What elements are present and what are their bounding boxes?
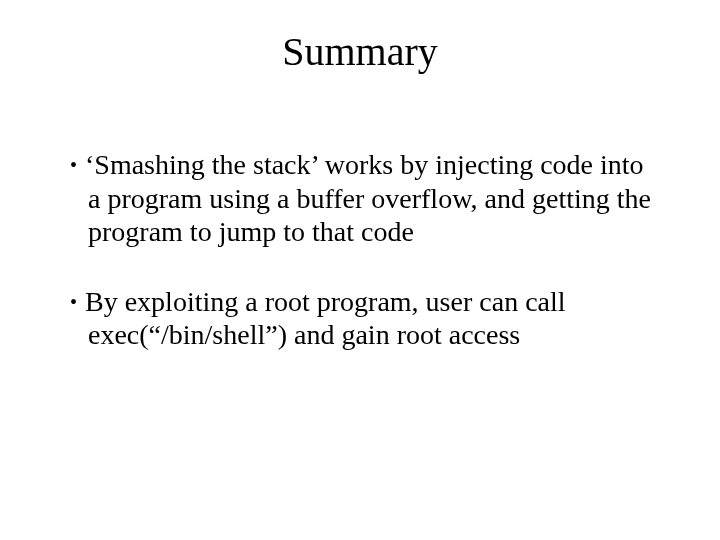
- bullet-item: ‘Smashing the stack’ works by injecting …: [60, 148, 660, 249]
- slide-title: Summary: [0, 0, 720, 75]
- bullet-list: ‘Smashing the stack’ works by injecting …: [60, 148, 660, 352]
- slide: Summary ‘Smashing the stack’ works by in…: [0, 0, 720, 540]
- bullet-item: By exploiting a root program, user can c…: [60, 285, 660, 352]
- slide-body: ‘Smashing the stack’ works by injecting …: [60, 148, 660, 388]
